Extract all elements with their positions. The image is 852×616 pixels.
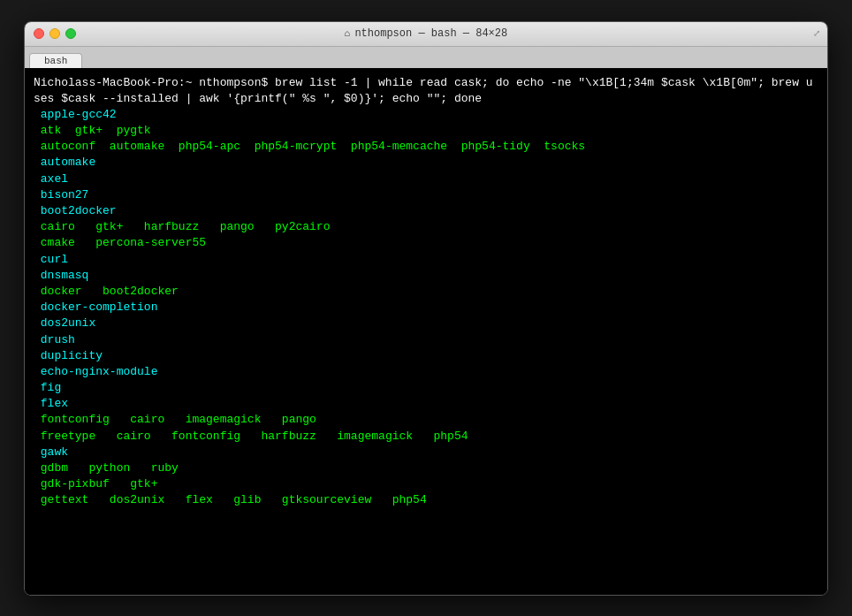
terminal-line: dos2unix	[34, 316, 818, 331]
bash-tab[interactable]: bash	[29, 53, 82, 68]
terminal-line: docker boot2docker	[34, 284, 818, 300]
terminal-line: freetype cairo fontconfig harfbuzz image…	[34, 429, 818, 445]
terminal-window: ⌂ nthompson — bash — 84×28 ⤢ bash Nichol…	[24, 21, 828, 596]
window-title: ⌂ nthompson — bash — 84×28	[345, 27, 507, 40]
terminal-line: atk gtk+ pygtk	[34, 123, 818, 139]
traffic-lights	[34, 28, 76, 39]
terminal-line: boot2docker	[34, 203, 818, 219]
title-bar: ⌂ nthompson — bash — 84×28 ⤢	[25, 22, 827, 47]
terminal-line: drush	[34, 332, 818, 348]
terminal-line: fig	[34, 380, 818, 396]
terminal-line: cmake percona-server55	[34, 235, 818, 251]
terminal-line: dnsmasq	[34, 268, 818, 284]
terminal-line: duplicity	[34, 348, 818, 364]
maximize-button[interactable]	[65, 28, 76, 39]
terminal-line: echo-nginx-module	[34, 364, 818, 380]
terminal-line: axel	[34, 171, 818, 187]
terminal-icon: ⌂	[345, 28, 351, 39]
minimize-button[interactable]	[49, 28, 60, 39]
terminal-line: curl	[34, 252, 818, 268]
terminal-line: gdk-pixbuf gtk+	[34, 476, 818, 492]
tab-bar: bash	[25, 47, 827, 68]
terminal-line: automake	[34, 155, 818, 171]
terminal-line: flex	[34, 396, 818, 412]
terminal-line: gettext dos2unix flex glib gtksourceview…	[34, 492, 818, 508]
close-button[interactable]	[34, 28, 44, 39]
terminal-line: docker-completion	[34, 300, 818, 316]
resize-icon: ⤢	[813, 28, 820, 39]
terminal-line: bison27	[34, 187, 818, 203]
terminal-line: gawk	[34, 445, 818, 460]
terminal-line: Nicholass-MacBook-Pro:~ nthompson$ brew …	[34, 75, 818, 107]
terminal-line: cairo gtk+ harfbuzz pango py2cairo	[34, 219, 818, 235]
terminal-line: apple-gcc42	[34, 107, 818, 123]
terminal-line: fontconfig cairo imagemagick pango	[34, 412, 818, 428]
terminal-line: autoconf automake php54-apc php54-mcrypt…	[34, 139, 818, 155]
terminal-line: gdbm python ruby	[34, 460, 818, 476]
terminal-content[interactable]: Nicholass-MacBook-Pro:~ nthompson$ brew …	[25, 68, 827, 595]
